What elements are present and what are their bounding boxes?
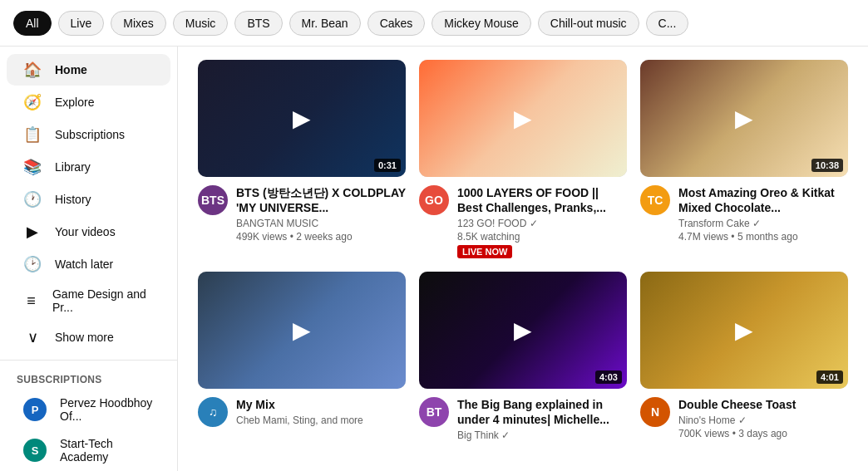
channel-avatar-oreo-kitkat: TC xyxy=(640,185,670,215)
pervez-avatar: P xyxy=(23,398,47,421)
video-grid: ▶0:31BTSBTS (방탄소년단) X COLDPLAY 'MY UNIVE… xyxy=(198,60,848,443)
sidebar-sub-start-tech[interactable]: SStart-Tech Academy xyxy=(7,430,170,470)
thumbnail-1000-layers: ▶ xyxy=(419,60,627,177)
live-badge-1000-layers: LIVE NOW xyxy=(457,245,512,258)
thumbnail-bts-coldplay: ▶0:31 xyxy=(198,60,406,177)
filter-pill-c...[interactable]: C... xyxy=(646,11,689,36)
thumbnail-image-1000-layers: ▶ xyxy=(419,60,627,177)
filter-pill-live[interactable]: Live xyxy=(58,11,105,36)
sub-label: Pervez Hoodbhoy Of... xyxy=(60,396,154,423)
sidebar-item-explore[interactable]: 🧭Explore xyxy=(7,86,170,118)
video-title-big-bang: The Big Bang explained in under 4 minute… xyxy=(457,397,627,427)
video-meta-bts-coldplay: BTSBTS (방탄소년단) X COLDPLAY 'MY UNIVERSE..… xyxy=(198,185,406,243)
watch-later-icon: 🕑 xyxy=(23,255,42,273)
channel-avatar-my-mix: ♫ xyxy=(198,397,228,427)
video-title-bts-coldplay: BTS (방탄소년단) X COLDPLAY 'MY UNIVERSE... xyxy=(236,185,406,215)
channel-avatar-1000-layers: GO xyxy=(419,185,449,215)
sidebar-sub-pervez[interactable]: PPervez Hoodbhoy Of... xyxy=(7,390,170,429)
thumbnail-image-my-mix: ▶ xyxy=(198,272,406,389)
channel-avatar-big-bang: BT xyxy=(419,397,449,427)
video-meta-1000-layers: GO1000 LAYERS OF FOOD || Best Challenges… xyxy=(419,185,627,258)
history-icon: 🕐 xyxy=(23,190,42,209)
video-card-1000-layers[interactable]: ▶GO1000 LAYERS OF FOOD || Best Challenge… xyxy=(419,60,627,258)
video-meta-big-bang: BTThe Big Bang explained in under 4 minu… xyxy=(419,397,627,443)
sidebar-label: Watch later xyxy=(55,258,113,271)
video-channel-1000-layers: 123 GO! FOOD ✓ xyxy=(457,218,627,229)
video-title-my-mix: My Mix xyxy=(236,397,406,412)
thumbnail-big-bang: ▶4:03 xyxy=(419,272,627,389)
video-card-cheese-toast[interactable]: ▶4:01NDouble Cheese ToastNino's Home ✓70… xyxy=(640,272,848,443)
sidebar-label: Show more xyxy=(55,331,114,344)
video-card-oreo-kitkat[interactable]: ▶10:38TCMost Amazing Oreo & Kitkat Mixed… xyxy=(640,60,848,258)
filter-bar: AllLiveMixesMusicBTSMr. BeanCakesMickey … xyxy=(0,0,868,47)
filter-pill-music[interactable]: Music xyxy=(173,11,229,36)
main-layout: 🏠Home🧭Explore📋Subscriptions📚Library🕐Hist… xyxy=(0,47,868,471)
filter-pill-all[interactable]: All xyxy=(13,11,52,36)
filter-pill-mr.-bean[interactable]: Mr. Bean xyxy=(289,11,361,36)
sidebar-label: Home xyxy=(55,63,87,76)
sidebar-item-home[interactable]: 🏠Home xyxy=(7,54,170,86)
video-info-oreo-kitkat: Most Amazing Oreo & Kitkat Mixed Chocola… xyxy=(678,185,848,243)
thumbnail-cheese-toast: ▶4:01 xyxy=(640,272,848,389)
subscriptions-title: SUBSCRIPTIONS xyxy=(0,367,177,389)
video-meta-oreo-kitkat: TCMost Amazing Oreo & Kitkat Mixed Choco… xyxy=(640,185,848,243)
filter-pill-mixes[interactable]: Mixes xyxy=(111,11,166,36)
video-card-my-mix[interactable]: ▶♫My MixCheb Mami, Sting, and more xyxy=(198,272,406,443)
library-icon: 📚 xyxy=(23,158,42,176)
video-stats-bts-coldplay: 499K views • 2 weeks ago xyxy=(236,231,406,243)
video-title-oreo-kitkat: Most Amazing Oreo & Kitkat Mixed Chocola… xyxy=(678,185,848,215)
video-channel-big-bang: Big Think ✓ xyxy=(457,429,627,441)
sidebar-label: Library xyxy=(55,160,91,174)
video-meta-my-mix: ♫My MixCheb Mami, Sting, and more xyxy=(198,397,406,428)
video-channel-bts-coldplay: BANGTAN MUSIC xyxy=(236,218,406,229)
video-info-cheese-toast: Double Cheese ToastNino's Home ✓700K vie… xyxy=(678,397,848,439)
filter-pill-cakes[interactable]: Cakes xyxy=(367,11,426,36)
explore-icon: 🧭 xyxy=(23,93,42,111)
video-channel-cheese-toast: Nino's Home ✓ xyxy=(678,415,848,426)
video-info-big-bang: The Big Bang explained in under 4 minute… xyxy=(457,397,627,443)
filter-pill-chill-out-music[interactable]: Chill-out music xyxy=(538,11,639,36)
video-channel-oreo-kitkat: Transform Cake ✓ xyxy=(678,218,848,229)
sidebar-label: History xyxy=(55,193,91,206)
thumbnail-my-mix: ▶ xyxy=(198,272,406,389)
video-card-big-bang[interactable]: ▶4:03BTThe Big Bang explained in under 4… xyxy=(419,272,627,443)
channel-avatar-bts-coldplay: BTS xyxy=(198,185,228,215)
sidebar-label: Game Design and Pr... xyxy=(52,287,154,314)
video-stats-1000-layers: 8.5K watching xyxy=(457,231,627,243)
sidebar-item-library[interactable]: 📚Library xyxy=(7,151,170,183)
sidebar-item-subscriptions[interactable]: 📋Subscriptions xyxy=(7,119,170,150)
sidebar-label: Subscriptions xyxy=(55,128,125,141)
video-title-cheese-toast: Double Cheese Toast xyxy=(678,397,848,412)
video-channel-my-mix: Cheb Mami, Sting, and more xyxy=(236,415,406,426)
home-icon: 🏠 xyxy=(23,61,42,79)
sidebar-item-your-videos[interactable]: ▶Your videos xyxy=(7,216,170,248)
sidebar-label: Your videos xyxy=(55,225,116,238)
video-title-1000-layers: 1000 LAYERS OF FOOD || Best Challenges, … xyxy=(457,185,627,215)
content-area: ▶0:31BTSBTS (방탄소년단) X COLDPLAY 'MY UNIVE… xyxy=(178,47,868,471)
show-more-icon: ∨ xyxy=(23,328,42,346)
video-info-my-mix: My MixCheb Mami, Sting, and more xyxy=(236,397,406,428)
video-card-bts-coldplay[interactable]: ▶0:31BTSBTS (방탄소년단) X COLDPLAY 'MY UNIVE… xyxy=(198,60,406,258)
video-stats-cheese-toast: 700K views • 3 days ago xyxy=(678,428,848,439)
filter-pill-mickey-mouse[interactable]: Mickey Mouse xyxy=(432,11,530,36)
sidebar-item-show-more[interactable]: ∨Show more xyxy=(7,321,170,353)
sidebar-item-watch-later[interactable]: 🕑Watch later xyxy=(7,248,170,280)
duration-badge-oreo-kitkat: 10:38 xyxy=(811,159,843,172)
sidebar-item-game-design[interactable]: ≡Game Design and Pr... xyxy=(7,281,170,321)
thumbnail-oreo-kitkat: ▶10:38 xyxy=(640,60,848,177)
video-info-1000-layers: 1000 LAYERS OF FOOD || Best Challenges, … xyxy=(457,185,627,258)
game-design-icon: ≡ xyxy=(23,292,39,310)
video-meta-cheese-toast: NDouble Cheese ToastNino's Home ✓700K vi… xyxy=(640,397,848,439)
channel-avatar-cheese-toast: N xyxy=(640,397,670,427)
your-videos-icon: ▶ xyxy=(23,223,42,241)
start-tech-avatar: S xyxy=(23,439,47,462)
sub-label: Start-Tech Academy xyxy=(60,437,154,464)
video-info-bts-coldplay: BTS (방탄소년단) X COLDPLAY 'MY UNIVERSE...BA… xyxy=(236,185,406,243)
duration-badge-big-bang: 4:03 xyxy=(595,370,622,384)
sidebar-label: Explore xyxy=(55,96,94,109)
filter-pill-bts[interactable]: BTS xyxy=(234,11,282,36)
sidebar-item-history[interactable]: 🕐History xyxy=(7,184,170,215)
sidebar: 🏠Home🧭Explore📋Subscriptions📚Library🕐Hist… xyxy=(0,47,178,471)
duration-badge-bts-coldplay: 0:31 xyxy=(374,159,401,172)
duration-badge-cheese-toast: 4:01 xyxy=(816,370,843,384)
